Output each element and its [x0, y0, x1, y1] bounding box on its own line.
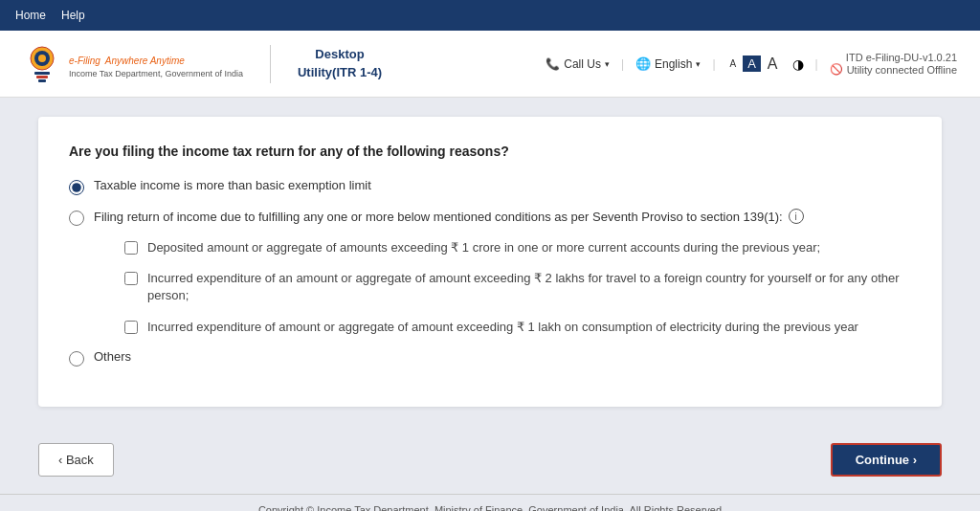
label-taxable-income: Taxable income is more than basic exempt…: [94, 178, 371, 192]
header-right: 📞 Call Us ▾ | 🌐 English ▾ | A A A ◑ | IT…: [546, 52, 957, 76]
svg-rect-5: [38, 79, 46, 82]
option-seventh-proviso: Filing return of income due to fulfillin…: [69, 209, 911, 226]
font-large-button[interactable]: A: [765, 55, 781, 74]
label-travel-expenditure: Incurred expenditure of an amount or agg…: [147, 270, 911, 304]
option-others: Others: [69, 349, 911, 367]
font-controls: A A A: [727, 55, 781, 74]
checkbox-travel-expenditure: Incurred expenditure of an amount or agg…: [124, 270, 911, 304]
nav-home[interactable]: Home: [15, 9, 46, 22]
checkbox-travel-expenditure-input[interactable]: [124, 272, 138, 285]
svg-point-2: [38, 55, 46, 62]
option-taxable-income: Taxable income is more than basic exempt…: [69, 178, 911, 195]
nav-help[interactable]: Help: [61, 9, 85, 22]
radio-seventh-proviso[interactable]: [69, 211, 84, 226]
dept-label: Income Tax Department, Government of Ind…: [69, 69, 243, 78]
globe-icon: 🌐: [635, 56, 651, 71]
info-icon[interactable]: i: [789, 209, 804, 224]
checkbox-crore-deposit: Deposited amount or aggregate of amounts…: [124, 239, 911, 256]
font-medium-button[interactable]: A: [743, 56, 761, 72]
emblem-icon: [23, 43, 61, 85]
efiling-logo: e-Filing Anywhere Anytime: [69, 49, 243, 69]
separator3: |: [815, 57, 818, 71]
language-button[interactable]: 🌐 English ▾: [635, 56, 701, 71]
header-divider: [270, 45, 271, 83]
checkbox-electricity-expenditure-input[interactable]: [124, 321, 138, 334]
svg-rect-4: [36, 76, 48, 78]
continue-button[interactable]: Continue ›: [831, 443, 942, 477]
font-small-button[interactable]: A: [727, 57, 740, 70]
lang-caret-icon: ▾: [696, 59, 701, 69]
radio-taxable-income[interactable]: [69, 180, 84, 195]
phone-icon: 📞: [546, 57, 560, 71]
radio-others[interactable]: [69, 351, 84, 367]
header: e-Filing Anywhere Anytime Income Tax Dep…: [0, 31, 980, 98]
contrast-button[interactable]: ◑: [792, 56, 804, 72]
separator: |: [621, 57, 624, 71]
label-seventh-proviso: Filing return of income due to fulfillin…: [94, 209, 804, 224]
form-card: Are you filing the income tax return for…: [38, 117, 942, 407]
label-electricity-expenditure: Incurred expenditure of amount or aggreg…: [147, 319, 858, 336]
footer-buttons: ‹ Back Continue ›: [0, 426, 980, 494]
form-question: Are you filing the income tax return for…: [69, 144, 911, 159]
call-us-button[interactable]: 📞 Call Us ▾: [546, 57, 610, 71]
logo-area: e-Filing Anywhere Anytime Income Tax Dep…: [23, 43, 243, 85]
top-navigation: Home Help: [0, 0, 980, 31]
version-info: ITD e-Filing-DU-v1.0.21 🚫 Utility connec…: [830, 52, 957, 76]
checkbox-electricity-expenditure: Incurred expenditure of amount or aggreg…: [124, 319, 911, 336]
label-others: Others: [94, 349, 131, 364]
svg-rect-3: [34, 72, 50, 75]
checkbox-group: Deposited amount or aggregate of amounts…: [124, 239, 911, 336]
label-crore-deposit: Deposited amount or aggregate of amounts…: [147, 239, 820, 256]
footer-copyright: Copyright © Income Tax Department, Minis…: [0, 494, 980, 511]
header-left: e-Filing Anywhere Anytime Income Tax Dep…: [23, 43, 382, 85]
checkbox-crore-deposit-input[interactable]: [124, 241, 138, 255]
main-content: Are you filing the income tax return for…: [0, 98, 980, 426]
back-button[interactable]: ‹ Back: [38, 443, 114, 477]
offline-icon: 🚫: [830, 63, 843, 76]
utility-title: Desktop Utility(ITR 1-4): [298, 46, 382, 80]
logo-text: e-Filing Anywhere Anytime Income Tax Dep…: [69, 49, 243, 78]
separator2: |: [712, 57, 715, 71]
caret-icon: ▾: [605, 59, 610, 69]
